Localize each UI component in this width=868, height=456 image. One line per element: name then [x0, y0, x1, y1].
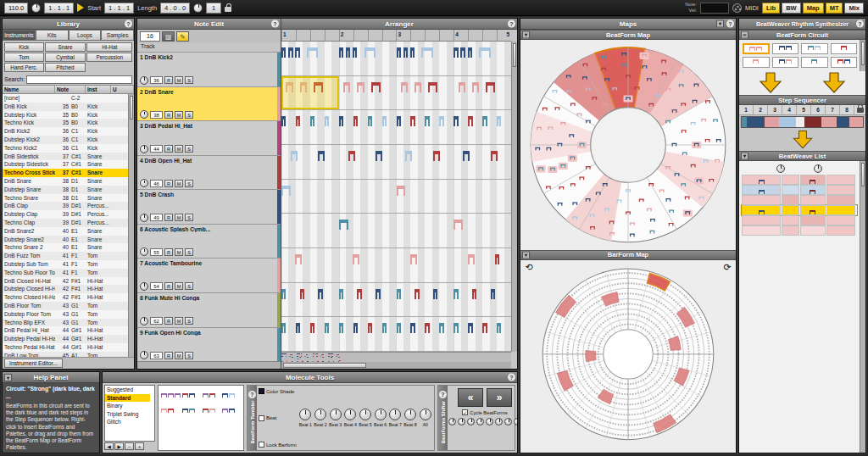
note-block[interactable]: [397, 47, 401, 58]
view-button-lib[interactable]: Lib: [762, 3, 780, 14]
track-r-button[interactable]: R: [164, 214, 173, 221]
list-item[interactable]: Standard: [105, 394, 150, 403]
beatweave-cell[interactable]: [782, 175, 798, 185]
step-number[interactable]: 5: [797, 105, 811, 114]
track-knob[interactable]: [140, 317, 148, 325]
help-icon[interactable]: ?: [439, 391, 447, 398]
prev-button[interactable]: ◀: [104, 442, 114, 450]
quantize-display[interactable]: 1: [206, 3, 221, 14]
table-row[interactable]: DnB Kick236C1Kick: [3, 127, 128, 136]
note-block[interactable]: [376, 289, 380, 299]
step-segment[interactable]: [747, 117, 765, 127]
table-row[interactable]: DnB Closed Hi-Hat42F#1Hi-Hat: [3, 277, 128, 286]
track-s-button[interactable]: S: [185, 317, 193, 325]
circuit-icon[interactable]: ∞: [741, 31, 748, 39]
note-block[interactable]: [295, 254, 302, 264]
view-button-mt[interactable]: MT: [826, 3, 843, 14]
note-block[interactable]: [368, 323, 372, 333]
track-m-button[interactable]: M: [175, 282, 183, 290]
circuit-cell[interactable]: [831, 57, 858, 68]
beatweave-cell[interactable]: [826, 185, 855, 195]
tab-samples[interactable]: Samples: [101, 30, 134, 41]
arranger-row[interactable]: [281, 76, 511, 111]
list-item[interactable]: Suggested: [105, 386, 150, 394]
note-block[interactable]: [310, 323, 314, 333]
note-block[interactable]: [491, 151, 498, 161]
cycle-beatforms-toggle[interactable]: ✓ Cycle BeatForms: [462, 409, 507, 415]
beat-knob[interactable]: [389, 409, 401, 420]
step-number[interactable]: 1: [739, 105, 754, 114]
tab-kits[interactable]: Kits: [36, 30, 69, 41]
tab-loops[interactable]: Loops: [69, 30, 102, 41]
beatform-thumb[interactable]: [182, 409, 201, 413]
note-block[interactable]: [300, 289, 304, 299]
rotate-left-icon[interactable]: ⟲: [523, 262, 535, 274]
shifter-knob[interactable]: [514, 418, 518, 425]
beatweave-cell[interactable]: [826, 205, 855, 215]
arranger-row[interactable]: [281, 180, 511, 214]
length-display[interactable]: 4 . 0 . 0: [160, 3, 190, 14]
beatweave-cell[interactable]: [800, 215, 826, 225]
bar-ruler[interactable]: 12345: [281, 30, 511, 42]
note-block[interactable]: [468, 323, 472, 333]
table-row[interactable]: Dubstep Snare38D1Snare: [3, 186, 128, 194]
note-block[interactable]: [495, 254, 499, 264]
beatweave-cell[interactable]: [742, 215, 781, 225]
track-m-button[interactable]: M: [175, 76, 183, 84]
step-pattern-bar[interactable]: [741, 116, 864, 128]
track-m-button[interactable]: M: [175, 352, 183, 359]
beatweave-cell[interactable]: [800, 195, 826, 205]
note-block[interactable]: [468, 116, 472, 126]
arranger-row[interactable]: [281, 145, 511, 180]
beatweave-row[interactable]: [742, 175, 857, 185]
note-block[interactable]: [281, 47, 286, 58]
note-block[interactable]: [405, 151, 412, 161]
track-note-value[interactable]: 49: [150, 214, 163, 221]
beatweave-row[interactable]: [742, 195, 857, 205]
note-block[interactable]: [486, 82, 495, 92]
note-block[interactable]: [397, 116, 401, 126]
table-row[interactable]: Techno Snare38D1Snare: [3, 194, 128, 203]
lock-icon[interactable]: [225, 7, 231, 12]
track-knob[interactable]: [140, 351, 148, 359]
track-m-button[interactable]: M: [175, 248, 183, 256]
shift-left-button[interactable]: «: [458, 388, 483, 407]
track-s-button[interactable]: S: [185, 248, 193, 256]
note-block[interactable]: [453, 116, 458, 126]
chevron-down-icon[interactable]: ▾: [716, 20, 724, 28]
category-button-percussion[interactable]: Percussion: [86, 53, 132, 62]
loop-start-display[interactable]: 1 . 1 . 1: [104, 3, 134, 14]
beatweave-cell[interactable]: [800, 225, 826, 236]
track-s-button[interactable]: S: [185, 145, 193, 153]
erase-tool-button[interactable]: ▨: [162, 31, 175, 42]
view-button-map[interactable]: Map: [803, 3, 824, 14]
shifter-knob[interactable]: [504, 418, 512, 425]
table-row[interactable]: DnB Sidestick37C#1Snare: [3, 153, 128, 161]
track-note-value[interactable]: 54: [150, 282, 163, 290]
beatweave-cell[interactable]: [742, 225, 781, 236]
note-block[interactable]: [421, 47, 433, 58]
note-block[interactable]: [482, 116, 487, 126]
note-block[interactable]: [433, 151, 440, 161]
track-note-value[interactable]: 46: [150, 180, 163, 187]
tempo-display[interactable]: 110.0: [4, 3, 28, 14]
track-s-button[interactable]: S: [185, 214, 193, 221]
note-block[interactable]: [348, 151, 355, 161]
chevron-down-icon[interactable]: ▾: [522, 31, 530, 39]
note-block[interactable]: [425, 116, 429, 126]
category-button-tom[interactable]: Tom: [4, 53, 44, 62]
beatweave-cell[interactable]: [742, 185, 781, 195]
track-r-button[interactable]: R: [164, 145, 173, 153]
track-s-button[interactable]: S: [185, 282, 193, 290]
note-block[interactable]: [339, 323, 343, 333]
note-block[interactable]: [433, 289, 437, 299]
note-block[interactable]: [281, 289, 286, 299]
shift-right-button[interactable]: »: [487, 388, 512, 407]
beatweave-cell[interactable]: [782, 185, 798, 195]
note-block[interactable]: [453, 220, 463, 230]
beat-knob[interactable]: [299, 409, 311, 420]
circuit-cell[interactable]: [772, 43, 799, 54]
track-r-button[interactable]: R: [164, 248, 173, 256]
position-display[interactable]: 1 . 1 . 1: [44, 3, 74, 14]
swing-knob[interactable]: [193, 3, 203, 13]
